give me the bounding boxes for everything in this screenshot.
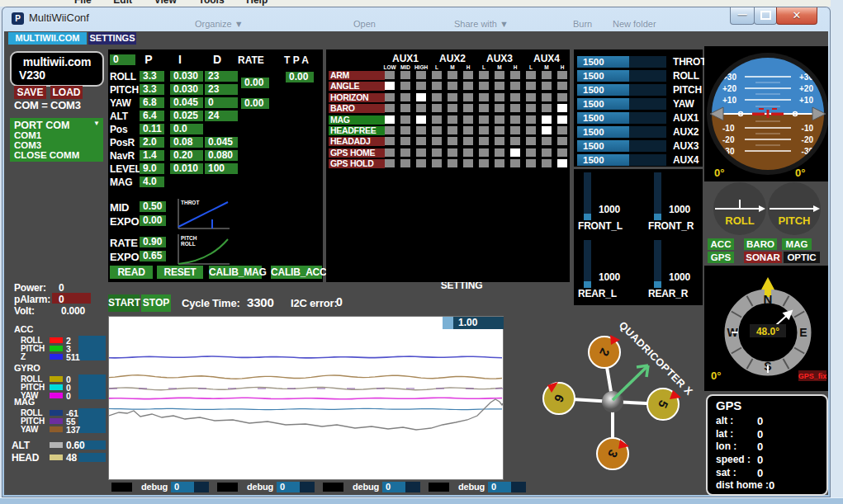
pid-p-field[interactable]: 3.3 bbox=[140, 84, 164, 95]
aux-checkbox[interactable] bbox=[510, 148, 520, 157]
pid-i-field[interactable]: 0.025 bbox=[170, 111, 203, 121]
maximize-button[interactable] bbox=[754, 7, 777, 25]
pid-d-field[interactable]: 0 bbox=[205, 97, 238, 108]
close-button[interactable]: ✕ bbox=[776, 7, 817, 25]
aux-checkbox[interactable] bbox=[416, 82, 426, 90]
calib-mag-button[interactable]: CALIB_MAG bbox=[209, 266, 262, 279]
pid-i-field[interactable]: 0.20 bbox=[170, 150, 203, 161]
aux-checkbox[interactable] bbox=[416, 159, 426, 167]
aux-checkbox[interactable] bbox=[400, 93, 410, 101]
aux-checkbox[interactable] bbox=[510, 159, 520, 167]
expo-field[interactable]: 0.00 bbox=[140, 215, 166, 226]
aux-checkbox[interactable] bbox=[557, 93, 567, 101]
port-dropdown-header[interactable]: PORT COM bbox=[14, 120, 69, 131]
aux-checkbox[interactable] bbox=[542, 137, 552, 145]
tpa-field[interactable]: 0.00 bbox=[286, 72, 314, 82]
aux-checkbox[interactable] bbox=[385, 93, 395, 101]
aux-checkbox[interactable] bbox=[526, 126, 536, 134]
aux-checkbox[interactable] bbox=[432, 148, 442, 157]
aux-checkbox[interactable] bbox=[448, 71, 457, 79]
aux-checkbox[interactable] bbox=[479, 115, 489, 124]
aux-checkbox[interactable] bbox=[448, 104, 457, 112]
aux-checkbox[interactable] bbox=[385, 82, 395, 90]
aux-checkbox[interactable] bbox=[432, 115, 442, 124]
aux-checkbox[interactable] bbox=[542, 82, 552, 90]
pid-p-field[interactable]: 3.3 bbox=[140, 71, 164, 82]
aux-checkbox[interactable] bbox=[432, 71, 442, 79]
aux-checkbox[interactable] bbox=[463, 82, 473, 90]
aux-checkbox[interactable] bbox=[557, 115, 567, 124]
read-button[interactable]: READ bbox=[110, 266, 153, 279]
aux-checkbox[interactable] bbox=[510, 137, 520, 145]
aux-checkbox[interactable] bbox=[385, 104, 395, 112]
aux-checkbox[interactable] bbox=[463, 159, 473, 167]
aux-checkbox[interactable] bbox=[526, 82, 536, 90]
titlebar[interactable]: P MultiWiiConf Organize ▼ Open Share wit… bbox=[2, 7, 831, 31]
calib-acc-button[interactable]: CALIB_ACC bbox=[271, 266, 322, 279]
aux-checkbox[interactable] bbox=[557, 82, 567, 90]
pid-profile-box[interactable]: 0 bbox=[110, 54, 135, 65]
aux-checkbox[interactable] bbox=[385, 159, 395, 167]
aux-checkbox[interactable] bbox=[385, 148, 395, 157]
load-button[interactable]: LOAD bbox=[50, 86, 83, 99]
aux-checkbox[interactable] bbox=[448, 148, 457, 157]
aux-checkbox[interactable] bbox=[526, 104, 536, 112]
aux-checkbox[interactable] bbox=[495, 159, 504, 167]
aux-checkbox[interactable] bbox=[542, 115, 552, 124]
aux-checkbox[interactable] bbox=[542, 104, 552, 112]
pid-p-field[interactable]: 0.11 bbox=[140, 124, 164, 134]
aux-checkbox[interactable] bbox=[400, 148, 410, 157]
aux-checkbox[interactable] bbox=[557, 126, 567, 134]
aux-checkbox[interactable] bbox=[432, 93, 442, 101]
pid-i-field[interactable]: 0.030 bbox=[170, 84, 203, 95]
pid-i-field[interactable]: 0.045 bbox=[170, 97, 203, 108]
aux-checkbox[interactable] bbox=[542, 126, 552, 134]
aux-checkbox[interactable] bbox=[400, 82, 410, 90]
pid-p-field[interactable]: 6.4 bbox=[140, 111, 164, 121]
reset-button[interactable]: RESET bbox=[157, 266, 203, 279]
aux-checkbox[interactable] bbox=[542, 93, 552, 101]
aux-checkbox[interactable] bbox=[448, 93, 457, 101]
aux-checkbox[interactable] bbox=[463, 71, 473, 79]
aux-checkbox[interactable] bbox=[432, 82, 442, 90]
rate-rollpitch-field[interactable]: 0.00 bbox=[241, 78, 269, 88]
aux-checkbox[interactable] bbox=[479, 148, 489, 157]
aux-checkbox[interactable] bbox=[479, 137, 489, 145]
aux-checkbox[interactable] bbox=[495, 126, 504, 134]
aux-checkbox[interactable] bbox=[526, 93, 536, 101]
aux-checkbox[interactable] bbox=[432, 159, 442, 167]
aux-checkbox[interactable] bbox=[432, 104, 442, 112]
aux-checkbox[interactable] bbox=[479, 93, 489, 101]
aux-checkbox[interactable] bbox=[495, 115, 504, 124]
aux-checkbox[interactable] bbox=[557, 104, 567, 112]
pid-p-field[interactable]: 1.4 bbox=[140, 150, 164, 161]
aux-checkbox[interactable] bbox=[495, 93, 504, 101]
pid-p-field[interactable]: 9.0 bbox=[140, 163, 164, 174]
aux-checkbox[interactable] bbox=[479, 71, 489, 79]
rate-yaw-field[interactable]: 0.00 bbox=[241, 98, 269, 109]
aux-checkbox[interactable] bbox=[557, 71, 567, 79]
aux-checkbox[interactable] bbox=[510, 71, 520, 79]
aux-checkbox[interactable] bbox=[510, 115, 520, 124]
pid-d-field[interactable]: 0.045 bbox=[205, 137, 238, 148]
scale-stepper[interactable] bbox=[443, 317, 453, 329]
aux-checkbox[interactable] bbox=[510, 104, 520, 112]
aux-checkbox[interactable] bbox=[463, 137, 473, 145]
aux-checkbox[interactable] bbox=[448, 82, 457, 90]
aux-checkbox[interactable] bbox=[495, 148, 504, 157]
rate-field[interactable]: 0.90 bbox=[140, 237, 166, 247]
aux-checkbox[interactable] bbox=[463, 104, 473, 112]
aux-checkbox[interactable] bbox=[448, 159, 457, 167]
aux-checkbox[interactable] bbox=[400, 137, 410, 145]
aux-checkbox[interactable] bbox=[495, 137, 504, 145]
port-dropdown[interactable]: PORT COM ▼ COM1 COM3 CLOSE COMM bbox=[10, 118, 103, 162]
expo2-field[interactable]: 0.65 bbox=[140, 251, 166, 261]
aux-checkbox[interactable] bbox=[385, 115, 395, 124]
aux-checkbox[interactable] bbox=[385, 126, 395, 134]
aux-checkbox[interactable] bbox=[416, 137, 426, 145]
minimize-button[interactable]: — bbox=[730, 7, 755, 25]
stop-button[interactable]: STOP bbox=[141, 294, 171, 312]
aux-checkbox[interactable] bbox=[542, 148, 552, 157]
port-item-close-comm[interactable]: CLOSE COMM bbox=[14, 150, 79, 160]
aux-checkbox[interactable] bbox=[385, 137, 395, 145]
